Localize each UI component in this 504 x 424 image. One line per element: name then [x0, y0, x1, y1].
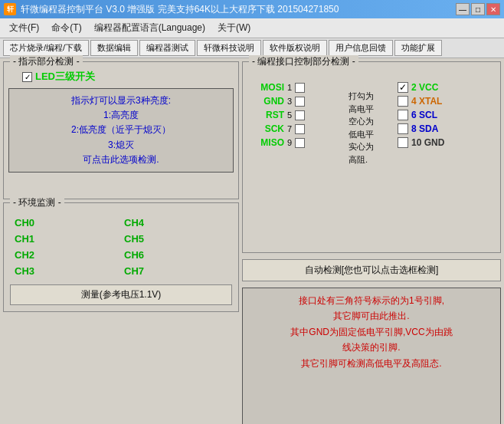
close-button[interactable]: ✕	[486, 3, 500, 15]
pin-scl-label: 6 SCL	[411, 110, 437, 120]
minimize-button[interactable]: —	[456, 3, 470, 15]
prog-info-line-5: 其它引脚可检测高低电平及高阻态.	[247, 356, 496, 371]
pin-vcc-row: ✓ 2 VCC	[398, 82, 497, 93]
maximize-button[interactable]: □	[471, 3, 485, 15]
toolbar-extensions[interactable]: 功能扩展	[394, 40, 442, 56]
indicator-section-title: - 指示部分检测 -	[10, 55, 83, 68]
window-controls: — □ ✕	[456, 3, 500, 15]
led-checkbox[interactable]: ✓	[22, 72, 32, 82]
prog-info-line-2: 其它脚可由此推出.	[247, 308, 496, 324]
pin-rst-checkbox[interactable]	[295, 110, 305, 120]
left-panel: - 指示部分检测 - ✓ LED三级开关 指示灯可以显示3种亮度: 1:高亮度 …	[3, 61, 239, 424]
led-info-line-3: 3:熄灭	[14, 138, 228, 153]
pin-10gnd-label: 10 GND	[411, 137, 444, 148]
pin-sck-label: SCK	[246, 123, 284, 134]
pin-mosi-label: MOSI	[246, 82, 284, 93]
prog-info-line-1: 接口处有三角符号标示的为1号引脚,	[247, 293, 496, 308]
pin-sda-checkbox[interactable]	[398, 123, 408, 134]
prog-section: - 编程接口控制部分检测 - MOSI 1 GND 3	[242, 61, 501, 253]
title-bar: 轩 轩微编程器控制平台 V3.0 增强版 完美支持64K以上大程序下载 2015…	[0, 0, 504, 18]
auto-detect-button[interactable]: 自动检测[您也可以点击选框检测]	[242, 259, 501, 281]
led-checkbox-row: ✓ LED三级开关	[22, 70, 235, 84]
toolbar-data-edit[interactable]: 数据编辑	[90, 40, 138, 56]
channel-ch2: CH2	[13, 248, 119, 262]
channel-ch7: CH7	[123, 264, 229, 278]
pin-sck-checkbox[interactable]	[295, 124, 305, 134]
pin-rst-num: 5	[287, 110, 292, 120]
pin-rst: RST 5	[246, 110, 345, 120]
toolbar-copyright[interactable]: 软件版权说明	[263, 40, 327, 56]
pin-mosi-checkbox[interactable]	[295, 83, 305, 93]
led-info-line-0: 指示灯可以显示3种亮度:	[14, 94, 228, 108]
pin-scl-row: 6 SCL	[398, 110, 497, 120]
prog-section-title: - 编程接口控制部分检测 -	[249, 55, 358, 68]
prog-left-pins: MOSI 1 GND 3 RST 5	[246, 82, 345, 249]
pin-vcc-label: 2 VCC	[411, 82, 438, 93]
prog-right-pins: ✓ 2 VCC 4 XTAL 6 SCL 8 SDA	[398, 82, 497, 249]
indicator-section: - 指示部分检测 - ✓ LED三级开关 指示灯可以显示3种亮度: 1:高亮度 …	[3, 61, 239, 199]
prog-info-text: 接口处有三角符号标示的为1号引脚, 其它脚可由此推出. 其中GND为固定低电平引…	[242, 288, 501, 424]
pin-mosi: MOSI 1	[246, 82, 345, 93]
menu-about[interactable]: 关于(W)	[211, 20, 257, 36]
toolbar-programming[interactable]: 芯片烧录/编程/下载	[3, 40, 89, 56]
pin-miso-checkbox[interactable]	[295, 138, 305, 148]
channel-ch0: CH0	[13, 215, 119, 230]
led-label: LED三级开关	[35, 70, 95, 84]
window-title: 轩微编程器控制平台 V3.0 增强版 完美支持64K以上大程序下载 201504…	[21, 3, 339, 16]
menu-command[interactable]: 命令(T)	[45, 20, 87, 36]
pin-xtal-row: 4 XTAL	[398, 96, 497, 107]
env-section-title: - 环境监测 -	[10, 196, 64, 209]
led-info-box[interactable]: 指示灯可以显示3种亮度: 1:高亮度 2:低亮度（近乎于熄灭） 3:熄灭 可点击…	[8, 88, 234, 173]
prog-middle-desc: 打勾为高电平空心为低电平实心为高阻.	[349, 82, 394, 249]
pin-10gnd-row: 10 GND	[398, 137, 497, 148]
app-icon: 轩	[4, 3, 16, 15]
pin-rst-label: RST	[246, 110, 284, 120]
pin-miso-num: 9	[287, 138, 292, 147]
channel-ch5: CH5	[123, 232, 229, 246]
right-panel: - 编程接口控制部分检测 - MOSI 1 GND 3	[242, 61, 501, 424]
main-content: - 指示部分检测 - ✓ LED三级开关 指示灯可以显示3种亮度: 1:高亮度 …	[0, 58, 504, 424]
toolbar-user-feedback[interactable]: 用户信息回馈	[329, 40, 393, 56]
pin-list: MOSI 1 GND 3 RST 5	[246, 82, 345, 148]
channel-ch4: CH4	[123, 215, 229, 230]
prog-info-line-3: 其中GND为固定低电平引脚,VCC为由跳	[247, 324, 496, 340]
pin-gnd-checkbox[interactable]	[295, 97, 305, 107]
pin-gnd-label: GND	[246, 96, 284, 107]
channel-ch3: CH3	[13, 264, 119, 278]
led-info-line-2: 2:低亮度（近乎于熄灭）	[14, 123, 228, 137]
pin-gnd-num: 3	[287, 97, 292, 106]
pin-sck: SCK 7	[246, 123, 345, 134]
channel-ch1: CH1	[13, 232, 119, 246]
pin-sda-label: 8 SDA	[411, 123, 438, 134]
pin-scl-checkbox[interactable]	[398, 110, 408, 120]
led-info-line-1: 1:高亮度	[14, 108, 228, 123]
toolbar-programmer-test[interactable]: 编程器测试	[139, 40, 195, 56]
pin-sda-row: 8 SDA	[398, 123, 497, 134]
env-section: - 环境监测 - CH0 CH4 CH1 CH5 CH2 CH6 CH3 CH7…	[3, 202, 239, 312]
channel-ch6: CH6	[123, 248, 229, 262]
pin-xtal-checkbox[interactable]	[398, 96, 408, 107]
menu-bar: 文件(F) 命令(T) 编程器配置语言(Language) 关于(W)	[0, 18, 504, 38]
led-info-line-4: 可点击此选项检测.	[14, 153, 228, 167]
toolbar-tech-info[interactable]: 轩微科技说明	[197, 40, 261, 56]
prog-inner: MOSI 1 GND 3 RST 5	[246, 73, 497, 249]
pin-mosi-num: 1	[287, 83, 292, 92]
pin-miso-label: MISO	[246, 137, 284, 148]
pin-sck-num: 7	[287, 124, 292, 133]
pin-10gnd-checkbox[interactable]	[398, 137, 408, 148]
pin-xtal-label: 4 XTAL	[411, 96, 442, 107]
measure-button[interactable]: 测量(参考电压1.1V)	[10, 284, 232, 305]
pin-miso: MISO 9	[246, 137, 345, 148]
menu-language[interactable]: 编程器配置语言(Language)	[88, 20, 211, 36]
pin-vcc-checkbox[interactable]: ✓	[398, 82, 408, 93]
env-grid: CH0 CH4 CH1 CH5 CH2 CH6 CH3 CH7	[7, 212, 235, 281]
prog-info-line-4: 线决策的引脚.	[247, 340, 496, 355]
prog-desc-text: 打勾为高电平空心为低电平实心为高阻.	[349, 90, 394, 166]
pin-gnd: GND 3	[246, 96, 345, 107]
menu-file[interactable]: 文件(F)	[3, 20, 45, 36]
